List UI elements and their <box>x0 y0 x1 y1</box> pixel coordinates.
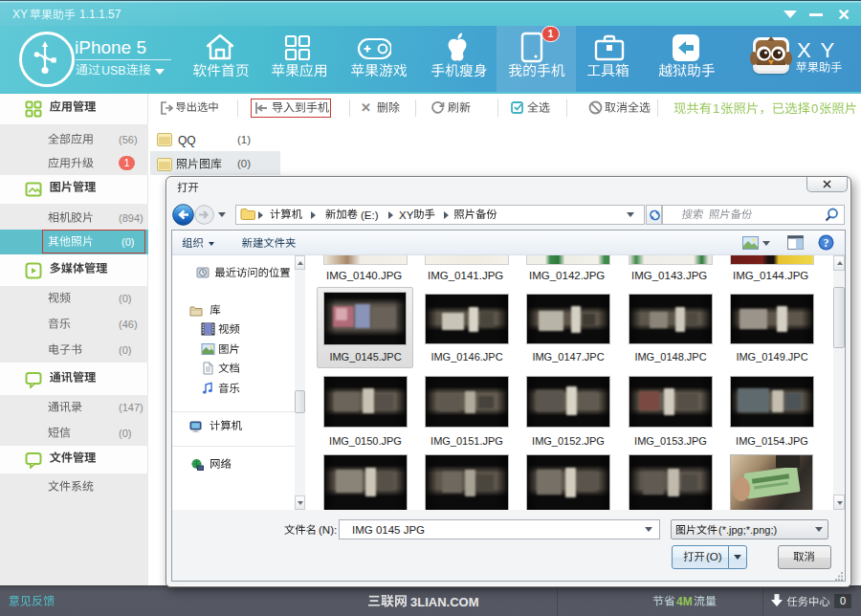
svg-text:?: ? <box>824 236 829 250</box>
